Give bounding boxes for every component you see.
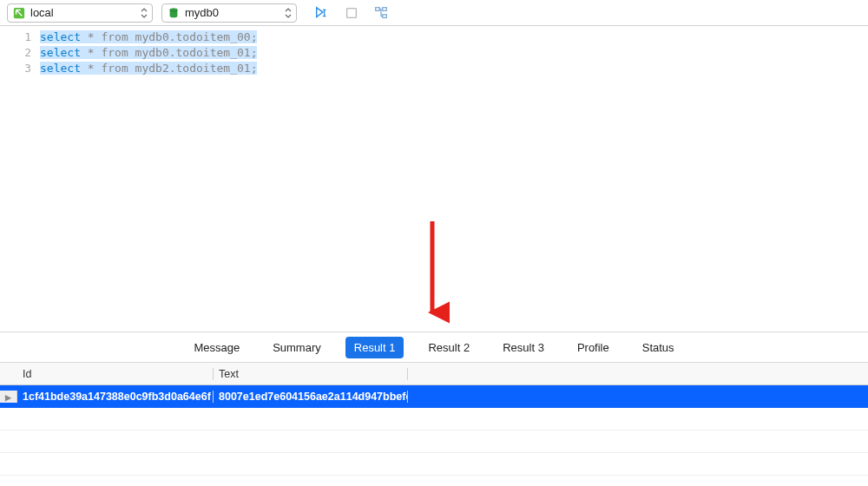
svg-rect-4 [376,7,380,10]
table-header: Id Text [0,363,868,385]
code-line: select * from mydb2.todoitem_01; [40,61,257,76]
connection-icon [13,7,25,19]
chevron-updown-icon [140,8,148,18]
tab-result-1[interactable]: Result 1 [345,337,404,358]
cell-text[interactable]: 8007e1ed7e604156ae2a114d947bbefc [214,391,408,403]
database-icon [168,7,180,19]
code-line: select * from mydb0.todoitem_01; [40,45,257,61]
run-cursor-icon[interactable] [314,5,330,21]
column-header-text[interactable]: Text [214,368,408,380]
tab-summary[interactable]: Summary [264,337,330,358]
tab-message[interactable]: Message [185,337,248,358]
row-marker: ▶ [0,391,17,403]
svg-rect-6 [383,14,387,17]
toolbar: local mydb0 [0,0,868,26]
connection-dropdown[interactable]: local [7,3,153,23]
tab-status[interactable]: Status [634,337,683,358]
table-row [0,408,868,430]
table-row [0,476,868,486]
table-row[interactable]: ▶ 1cf41bde39a147388e0c9fb3d0a64e6f 8007e… [0,385,868,408]
cell-id[interactable]: 1cf41bde39a147388e0c9fb3d0a64e6f [17,391,214,403]
database-label: mydb0 [185,6,279,19]
result-table: Id Text ▶ 1cf41bde39a147388e0c9fb3d0a64e… [0,363,868,486]
chevron-updown-icon [284,8,293,18]
sql-editor[interactable]: 1 2 3 select * from mydb0.todoitem_00; s… [0,26,868,332]
line-number: 1 [0,30,31,45]
line-number: 2 [0,45,31,61]
svg-rect-3 [347,8,357,17]
database-dropdown[interactable]: mydb0 [161,3,297,23]
stop-icon[interactable] [344,5,359,21]
table-row [0,430,868,453]
table-row [0,453,868,476]
tab-result-3[interactable]: Result 3 [494,337,553,358]
tab-profile[interactable]: Profile [569,337,618,358]
line-gutter: 1 2 3 [0,26,40,332]
toolbar-actions [314,5,389,21]
result-tabs: Message Summary Result 1 Result 2 Result… [0,332,868,363]
column-header-id[interactable]: Id [17,368,214,380]
structure-icon[interactable] [373,5,389,21]
tab-result-2[interactable]: Result 2 [419,337,478,358]
svg-rect-5 [383,7,387,10]
code-line: select * from mydb0.todoitem_00; [40,30,257,45]
line-number: 3 [0,61,31,76]
connection-label: local [30,6,135,19]
code-area[interactable]: select * from mydb0.todoitem_00; select … [40,26,257,332]
